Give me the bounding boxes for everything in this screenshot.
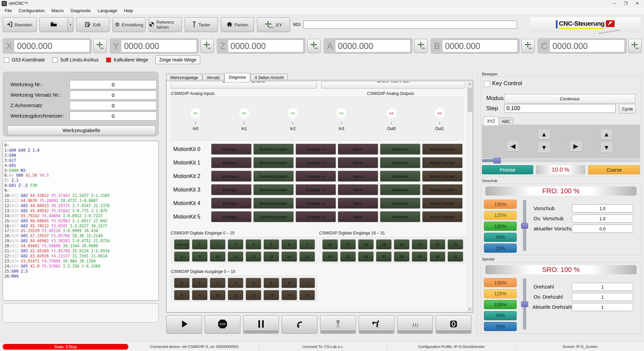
tab-diagnose[interactable]: Diagnose	[225, 73, 251, 82]
kalkuliere-wege-checkbox[interactable]	[106, 57, 111, 62]
spindle-override-150pct-button[interactable]: 150%	[484, 278, 517, 287]
rewind-button[interactable]	[282, 315, 317, 334]
spindle-override-slider-handle[interactable]	[521, 301, 528, 307]
digital-input-9-indicator[interactable]: 9	[192, 251, 208, 262]
digital-input-15-indicator[interactable]: 31	[447, 251, 463, 262]
motionkit-5-referenzschalter-button[interactable]: Referenzschalter	[253, 211, 294, 222]
digital-output-8-indicator[interactable]: 8	[174, 290, 190, 300]
tab-abc[interactable]: ABC	[498, 118, 513, 125]
digital-input-15-indicator[interactable]: 15	[299, 251, 315, 262]
digital-output-6-indicator[interactable]: 6	[281, 278, 297, 288]
digital-input-7-indicator[interactable]: 23	[447, 239, 463, 250]
digital-input-4-indicator[interactable]: 20	[394, 239, 410, 250]
motionkit-2-alarm-button[interactable]: Alarm	[338, 171, 378, 182]
jog-x-minus-button[interactable]: ◀	[507, 141, 519, 151]
precise-button[interactable]: Precise	[482, 165, 533, 174]
digital-input-1-indicator[interactable]: 17	[340, 239, 356, 250]
menu-macro[interactable]: Macro	[48, 7, 67, 14]
modus-button[interactable]: Continous	[504, 94, 635, 103]
spindle-override-125pct-button[interactable]: 125%	[484, 289, 517, 298]
close-icon[interactable]: ✕	[635, 1, 640, 6]
digital-output-15-indicator[interactable]: 15	[299, 290, 315, 300]
zero-axis-b-button[interactable]: ZERO	[521, 39, 535, 53]
zero-axis-c-button[interactable]: ZERO	[628, 39, 642, 53]
scroll-down-icon[interactable]: ▼	[467, 306, 472, 312]
digital-input-10-indicator[interactable]: 26	[358, 251, 374, 262]
minimize-icon[interactable]: –	[612, 1, 617, 6]
mdi-input[interactable]	[303, 21, 517, 29]
digital-output-1-indicator[interactable]: 1	[192, 278, 208, 288]
werkzeug-nr-input[interactable]	[70, 80, 157, 89]
motionkit-3-aktivieren-button[interactable]: Aktivieren	[380, 184, 420, 195]
mist-button[interactable]	[397, 315, 433, 334]
digital-input-0-indicator[interactable]: 16	[322, 239, 338, 250]
key-control-checkbox[interactable]	[484, 81, 490, 87]
zero-xy-button[interactable]: ZERO XY	[257, 17, 290, 32]
werkzeug-versatz-nr-input[interactable]	[70, 91, 157, 100]
feed-override-slider-handle[interactable]	[521, 223, 528, 229]
digital-input-1-indicator[interactable]: 1	[192, 239, 208, 250]
digital-input-11-indicator[interactable]: 27	[376, 251, 392, 262]
ov-vorschub-input[interactable]	[572, 215, 633, 223]
digital-output-7-indicator[interactable]: 7	[299, 278, 315, 288]
digital-input-5-indicator[interactable]: 5	[263, 239, 279, 250]
soft-limits-checkbox[interactable]	[52, 57, 57, 62]
jog-y-plus-button[interactable]: ▲	[538, 129, 550, 140]
beenden-button[interactable]: Beenden	[3, 17, 36, 32]
jog-x-plus-button[interactable]: ▶	[570, 141, 582, 151]
menu-language[interactable]: Language	[94, 7, 121, 14]
pause-button[interactable]	[243, 315, 279, 334]
referenz-fahren-button[interactable]: Referenz fahren	[149, 17, 182, 32]
taster-button[interactable]: Taster	[185, 17, 218, 32]
tab-xyz[interactable]: XYZ	[483, 117, 499, 125]
digital-input-8-indicator[interactable]: 8	[174, 251, 190, 262]
motionkit-5-endlage-++-button[interactable]: Endlage ++	[295, 211, 336, 222]
jog-speed-slider[interactable]	[482, 159, 640, 162]
motionkit-4-endlage--button[interactable]: Endlage --	[211, 198, 252, 209]
digital-output-11-indicator[interactable]: 11	[228, 290, 243, 300]
digital-input-4-indicator[interactable]: 4	[246, 239, 261, 250]
motionkit-1-alarm-button[interactable]: Alarm	[338, 157, 378, 168]
z-achsversatz-input[interactable]	[70, 101, 157, 110]
motionkit-5-aktivieren-button[interactable]: Aktivieren	[380, 211, 420, 222]
jog-z-plus-button[interactable]: ▲	[601, 129, 612, 140]
zero-axis-x-button[interactable]: ZERO	[94, 39, 107, 53]
open-file-button[interactable]	[40, 17, 68, 32]
feed-override-100pct-button[interactable]: 100%	[484, 222, 517, 231]
zero-axis-z-button[interactable]: ZERO	[307, 39, 320, 53]
motionkit-2-aktivieren-button[interactable]: Aktivieren	[380, 171, 420, 182]
digital-input-3-indicator[interactable]: 3	[228, 239, 243, 250]
digital-output-13-indicator[interactable]: 13	[263, 290, 279, 300]
motionkit-2-referenzschalter-button[interactable]: Referenzschalter	[253, 171, 294, 182]
power-button[interactable]	[436, 315, 471, 334]
motionkit-5-endlage--button[interactable]: Endlage --	[211, 211, 252, 222]
werkzeugtabelle-button[interactable]: Werkzeugtabelle	[7, 125, 156, 135]
spindle-override-50pct-button[interactable]: 50%	[484, 311, 517, 320]
digital-output-9-indicator[interactable]: 9	[192, 290, 208, 300]
digital-input-0-indicator[interactable]: 0 Not Aus	[174, 239, 190, 250]
menu-help[interactable]: Help	[121, 7, 136, 14]
parken-button[interactable]: Parken	[221, 17, 254, 32]
show-motion-charts-button[interactable]: Show Motion Charts	[171, 81, 317, 89]
motionkit-3-alarm-button[interactable]: Alarm	[338, 184, 378, 195]
start-button[interactable]	[166, 315, 202, 334]
motionkit-0-aktivieren-button[interactable]: Aktivieren	[380, 144, 420, 155]
motionkit-4-aktivieren-button[interactable]: Aktivieren	[380, 198, 420, 209]
digital-input-14-indicator[interactable]: 14	[281, 251, 297, 262]
aktuelle-drehzahl-input[interactable]	[572, 303, 633, 311]
motionkit-2-endlage--button[interactable]: Endlage --	[211, 171, 252, 182]
ov-drehzahl-input[interactable]	[572, 293, 633, 301]
digital-input-9-indicator[interactable]: 25	[340, 251, 356, 262]
digital-input-14-indicator[interactable]: 30	[430, 251, 445, 262]
motionkit-1-endlage--button[interactable]: Endlage --	[211, 157, 252, 168]
zero-axis-y-button[interactable]: ZERO	[201, 39, 214, 53]
digital-output-3-indicator[interactable]: 3	[228, 278, 243, 288]
drehzahl-input[interactable]	[572, 283, 633, 291]
digital-input-2-indicator[interactable]: 2	[210, 239, 226, 250]
feed-override-50pct-button[interactable]: 50%	[484, 233, 517, 242]
menu-file[interactable]: File	[1, 7, 15, 14]
digital-output-12-indicator[interactable]: 12	[246, 290, 261, 300]
digital-output-14-indicator[interactable]: 14	[281, 290, 297, 300]
motionkit-2-alarm-l-schen-button[interactable]: Alarm Löschen	[422, 171, 463, 182]
motionkit-4-alarm-l-schen-button[interactable]: Alarm Löschen	[422, 198, 463, 209]
